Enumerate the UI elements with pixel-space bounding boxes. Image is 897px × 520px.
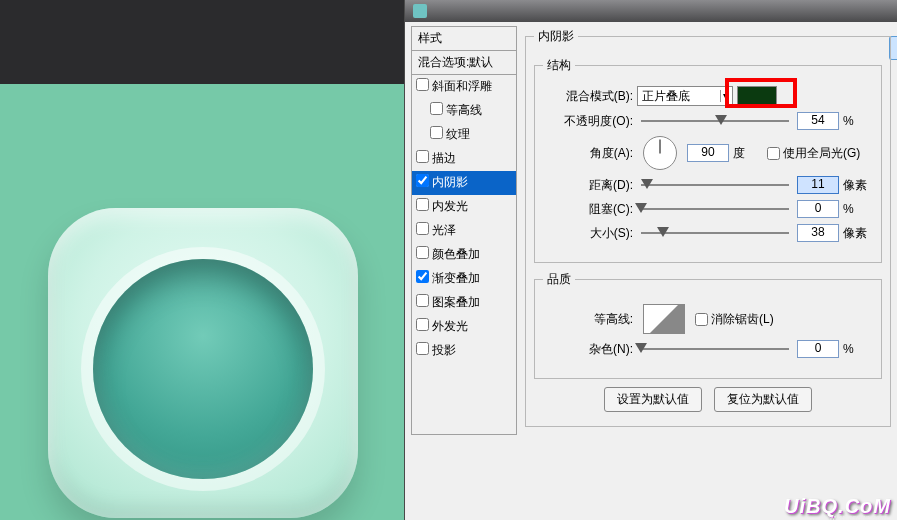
style-label-1: 等高线 [446, 103, 482, 117]
noise-label: 杂色(N): [543, 341, 633, 358]
style-label-6: 光泽 [432, 223, 456, 237]
styles-header: 样式 [412, 27, 516, 51]
distance-unit: 像素 [843, 177, 873, 194]
style-item-8[interactable]: 渐变叠加 [412, 267, 516, 291]
blend-options-default[interactable]: 混合选项:默认 [412, 51, 516, 75]
style-checkbox-7[interactable] [416, 246, 429, 259]
blend-mode-value: 正片叠底 [642, 89, 690, 103]
angle-dial[interactable] [643, 136, 677, 170]
dialog-titlebar[interactable] [405, 0, 897, 22]
settings-column: 内阴影 结构 混合模式(B): 正片叠底 ▾ 不透明度(O): [525, 26, 891, 435]
style-checkbox-6[interactable] [416, 222, 429, 235]
style-checkbox-3[interactable] [416, 150, 429, 163]
style-item-2[interactable]: 纹理 [412, 123, 516, 147]
noise-slider[interactable] [641, 341, 789, 357]
style-checkbox-4[interactable] [416, 174, 429, 187]
size-unit: 像素 [843, 225, 873, 242]
highlight-box [725, 78, 797, 108]
global-light-checkbox[interactable]: 使用全局光(G) [767, 145, 860, 162]
style-item-4[interactable]: 内阴影 [412, 171, 516, 195]
opacity-unit: % [843, 114, 873, 128]
angle-unit: 度 [733, 145, 763, 162]
style-label-5: 内发光 [432, 199, 468, 213]
quality-fieldset: 品质 等高线: 消除锯齿(L) 杂色(N): 0 % [534, 271, 882, 379]
rounded-square-layer [48, 208, 358, 518]
distance-input[interactable]: 11 [797, 176, 839, 194]
angle-input[interactable]: 90 [687, 144, 729, 162]
style-item-7[interactable]: 颜色叠加 [412, 243, 516, 267]
style-item-1[interactable]: 等高线 [412, 99, 516, 123]
contour-picker[interactable] [643, 304, 685, 334]
style-item-3[interactable]: 描边 [412, 147, 516, 171]
noise-input[interactable]: 0 [797, 340, 839, 358]
noise-unit: % [843, 342, 873, 356]
watermark-sub: www.psahz.com [829, 513, 887, 520]
layer-style-dialog: 样式 混合选项:默认 斜面和浮雕等高线纹理描边内阴影内发光光泽颜色叠加渐变叠加图… [404, 0, 897, 520]
style-label-8: 渐变叠加 [432, 271, 480, 285]
canvas-background [0, 84, 404, 520]
style-item-11[interactable]: 投影 [412, 339, 516, 363]
size-slider[interactable] [641, 225, 789, 241]
contour-label: 等高线: [543, 311, 633, 328]
opacity-slider[interactable] [641, 113, 789, 129]
structure-fieldset: 结构 混合模式(B): 正片叠底 ▾ 不透明度(O): 54 [534, 57, 882, 263]
choke-slider[interactable] [641, 201, 789, 217]
style-checkbox-11[interactable] [416, 342, 429, 355]
style-item-0[interactable]: 斜面和浮雕 [412, 75, 516, 99]
size-input[interactable]: 38 [797, 224, 839, 242]
style-checkbox-1[interactable] [430, 102, 443, 115]
style-checkbox-9[interactable] [416, 294, 429, 307]
inner-shadow-fieldset: 内阴影 结构 混合模式(B): 正片叠底 ▾ 不透明度(O): [525, 28, 891, 427]
antialias-check[interactable] [695, 313, 708, 326]
style-label-9: 图案叠加 [432, 295, 480, 309]
style-item-9[interactable]: 图案叠加 [412, 291, 516, 315]
style-item-6[interactable]: 光泽 [412, 219, 516, 243]
distance-label: 距离(D): [543, 177, 633, 194]
blend-mode-label: 混合模式(B): [543, 88, 633, 105]
choke-input[interactable]: 0 [797, 200, 839, 218]
style-checkbox-5[interactable] [416, 198, 429, 211]
blend-mode-select[interactable]: 正片叠底 ▾ [637, 86, 733, 106]
style-label-10: 外发光 [432, 319, 468, 333]
quality-legend: 品质 [543, 271, 575, 288]
style-label-2: 纹理 [446, 127, 470, 141]
style-checkbox-2[interactable] [430, 126, 443, 139]
choke-unit: % [843, 202, 873, 216]
global-light-check[interactable] [767, 147, 780, 160]
set-default-button[interactable]: 设置为默认值 [604, 387, 702, 412]
style-item-5[interactable]: 内发光 [412, 195, 516, 219]
style-item-10[interactable]: 外发光 [412, 315, 516, 339]
styles-list: 样式 混合选项:默认 斜面和浮雕等高线纹理描边内阴影内发光光泽颜色叠加渐变叠加图… [411, 26, 517, 435]
antialias-checkbox[interactable]: 消除锯齿(L) [695, 311, 774, 328]
angle-label: 角度(A): [543, 145, 633, 162]
opacity-label: 不透明度(O): [543, 113, 633, 130]
style-label-4: 内阴影 [432, 175, 468, 189]
circle-layer [93, 259, 313, 479]
style-checkbox-10[interactable] [416, 318, 429, 331]
choke-label: 阻塞(C): [543, 201, 633, 218]
inner-shadow-legend: 内阴影 [534, 28, 578, 45]
style-label-3: 描边 [432, 151, 456, 165]
size-label: 大小(S): [543, 225, 633, 242]
distance-slider[interactable] [641, 177, 789, 193]
style-checkbox-8[interactable] [416, 270, 429, 283]
style-label-7: 颜色叠加 [432, 247, 480, 261]
canvas-area [0, 0, 404, 520]
reset-default-button[interactable]: 复位为默认值 [714, 387, 812, 412]
opacity-input[interactable]: 54 [797, 112, 839, 130]
style-label-0: 斜面和浮雕 [432, 79, 492, 93]
style-label-11: 投影 [432, 343, 456, 357]
structure-legend: 结构 [543, 57, 575, 74]
style-checkbox-0[interactable] [416, 78, 429, 91]
